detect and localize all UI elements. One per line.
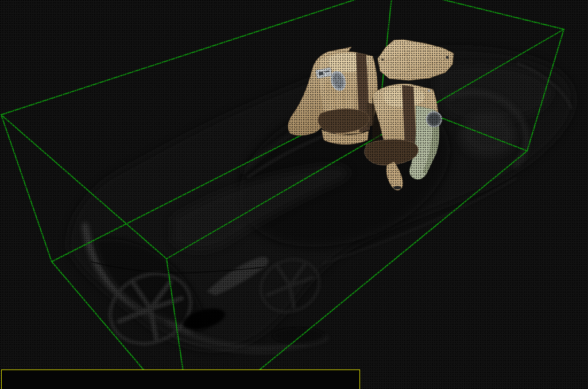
- render-viewport[interactable]: Camera: pos -2.91 3.46 -0.27, dir 0.58 -…: [0, 0, 588, 389]
- right-speaker: [427, 112, 442, 127]
- deck-latch-2: [381, 59, 384, 61]
- rear-wheel-blob: [461, 113, 516, 157]
- deck-latch: [446, 56, 449, 59]
- chrome-fleck: [428, 90, 430, 92]
- intake-dark-right: [273, 328, 324, 344]
- scene-canvas: [0, 0, 588, 389]
- status-bar: Camera: pos -2.91 3.46 -0.27, dir 0.58 -…: [1, 369, 360, 389]
- bbox-edge-T0-T2: [393, 0, 564, 29]
- leg-foot-shadow: [393, 186, 401, 189]
